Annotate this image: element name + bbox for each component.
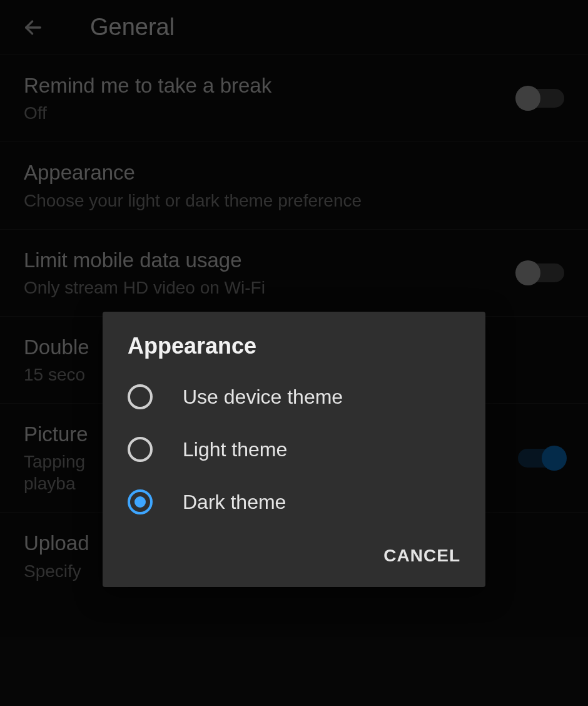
radio-label: Use device theme [183,386,343,409]
radio-light-theme[interactable]: Light theme [103,423,485,476]
radio-icon [128,437,153,462]
radio-label: Dark theme [183,491,286,514]
dialog-title: Appearance [103,333,485,371]
appearance-dialog: Appearance Use device theme Light theme … [103,312,485,587]
radio-label: Light theme [183,438,287,461]
cancel-button[interactable]: CANCEL [383,546,460,566]
dialog-actions: CANCEL [103,528,485,587]
radio-icon [128,489,153,514]
radio-icon [128,384,153,409]
radio-device-theme[interactable]: Use device theme [103,371,485,423]
radio-dark-theme[interactable]: Dark theme [103,476,485,528]
